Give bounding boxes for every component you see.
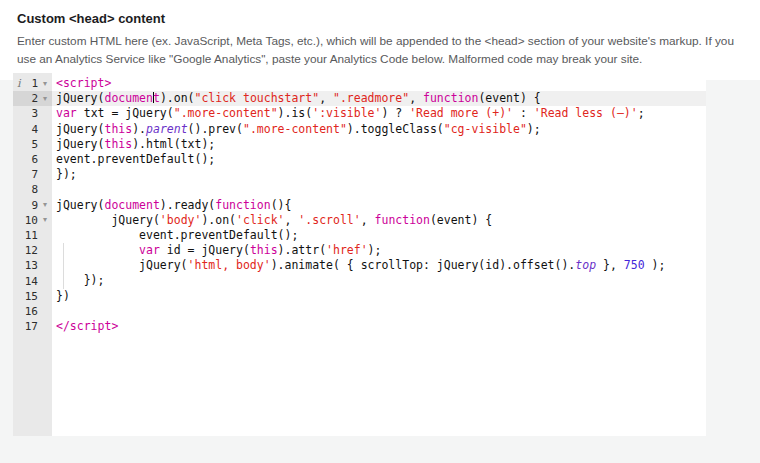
code-token: ".readmore" — [333, 91, 409, 105]
code-token: ).attr( — [278, 243, 326, 257]
code-token: 'Read more (+)' — [409, 106, 513, 120]
code-token: ); — [645, 258, 666, 272]
fold-toggle-icon[interactable]: ▾ — [38, 80, 52, 88]
line-number: 7 — [13, 168, 38, 181]
editor-code-area[interactable]: <script>jQuery(document).on("click touch… — [52, 73, 706, 436]
code-token: ().prev( — [188, 122, 243, 136]
info-annotation-icon[interactable]: i — [17, 77, 21, 90]
line-number: 15 — [13, 290, 38, 303]
gutter-row: 7 — [13, 167, 52, 182]
gutter-row: 2▾ — [13, 91, 52, 106]
line-number: 9 — [13, 199, 38, 212]
code-line[interactable]: jQuery(this).parent().prev(".more-conten… — [56, 122, 706, 137]
code-token: event.preventDefault(); — [56, 228, 298, 242]
code-line[interactable]: jQuery(this).html(txt); — [56, 137, 706, 152]
code-token: }) — [56, 289, 70, 303]
code-token: <script> — [56, 76, 111, 90]
gutter-row: 8 — [13, 182, 52, 197]
code-token: this — [104, 122, 132, 136]
code-token: 750 — [624, 258, 645, 272]
code-token: jQuery( — [56, 213, 160, 227]
code-line[interactable]: event.preventDefault(); — [56, 228, 706, 243]
code-line[interactable] — [56, 304, 706, 319]
editor-gutter: i 1▾2▾3456789▾10▾11121314151617 — [13, 73, 52, 436]
settings-header: Custom <head> content Enter custom HTML … — [0, 0, 760, 80]
code-line[interactable]: jQuery('html, body').animate( { scrollTo… — [56, 258, 706, 273]
code-token: }); — [56, 167, 77, 181]
code-token: (event) { — [430, 213, 492, 227]
code-line[interactable]: var txt = jQuery(".more-content").is(':v… — [56, 106, 706, 121]
code-line[interactable]: }); — [56, 167, 706, 182]
gutter-row: 3 — [13, 106, 52, 121]
code-token: function — [423, 91, 478, 105]
line-number: 14 — [13, 275, 38, 288]
code-line[interactable]: event.preventDefault(); — [56, 152, 706, 167]
code-token: ).html(txt); — [132, 137, 215, 151]
code-token: top — [575, 258, 596, 272]
code-token: id = jQuery( — [160, 243, 250, 257]
gutter-row: 14 — [13, 273, 52, 288]
code-token: jQuery( — [56, 122, 104, 136]
code-token: jQuery( — [56, 198, 104, 212]
line-number: 16 — [13, 305, 38, 318]
code-token: (){ — [271, 198, 292, 212]
custom-head-code-editor[interactable]: i 1▾2▾3456789▾10▾11121314151617 <script>… — [13, 73, 706, 436]
gutter-row: 9▾ — [13, 198, 52, 213]
code-token: 'body' — [160, 213, 202, 227]
gutter-row: 10▾ — [13, 213, 52, 228]
code-token: t — [153, 91, 160, 105]
code-token: (event) { — [478, 91, 540, 105]
code-line[interactable]: </script> — [56, 319, 706, 334]
code-token: parent — [146, 122, 188, 136]
code-token: ).animate( { scrollTop: jQuery(id).offse… — [271, 258, 576, 272]
editor-code-lines: <script>jQuery(document).on("click touch… — [56, 76, 706, 334]
code-line[interactable]: jQuery(document).on("click touchstart", … — [52, 91, 706, 106]
code-token: ':visible' — [312, 106, 381, 120]
code-token: jQuery( — [56, 258, 188, 272]
gutter-row: 17 — [13, 319, 52, 334]
code-token: function — [215, 198, 270, 212]
line-number: 4 — [13, 123, 38, 136]
gutter-row: 15 — [13, 289, 52, 304]
code-token: ".more-content" — [243, 122, 347, 136]
code-line[interactable]: jQuery(document).ready(function(){ — [56, 198, 706, 213]
code-line[interactable]: }); — [56, 273, 706, 288]
gutter-row: 12 — [13, 243, 52, 258]
code-token: ).is( — [278, 106, 313, 120]
code-token: , — [409, 91, 423, 105]
gutter-row: 13 — [13, 258, 52, 273]
code-token: ).on( — [160, 91, 195, 105]
code-token: , — [319, 91, 333, 105]
fold-toggle-icon[interactable]: ▾ — [38, 216, 52, 224]
gutter-row: 11 — [13, 228, 52, 243]
code-line[interactable]: var id = jQuery(this).attr('href'); — [56, 243, 706, 258]
code-token: function — [375, 213, 430, 227]
code-token: var — [56, 106, 77, 120]
gutter-row: 5 — [13, 137, 52, 152]
code-token: 'Read less (–)' — [534, 106, 638, 120]
code-token: ).on( — [201, 213, 236, 227]
code-line[interactable]: }) — [56, 289, 706, 304]
gutter-row: 16 — [13, 304, 52, 319]
line-number: 8 — [13, 183, 38, 196]
code-line[interactable] — [56, 182, 706, 197]
code-token: }, — [596, 258, 624, 272]
code-token: '.scroll' — [298, 213, 360, 227]
code-token: , — [285, 213, 299, 227]
code-token: document — [104, 198, 159, 212]
code-token: jQuery( — [56, 91, 104, 105]
line-number: 13 — [13, 259, 38, 272]
fold-toggle-icon[interactable]: ▾ — [38, 201, 52, 209]
code-line[interactable]: jQuery('body').on('click', '.scroll', fu… — [56, 213, 706, 228]
editor-gutter-lines: 1▾2▾3456789▾10▾11121314151617 — [13, 76, 52, 334]
indent-guide — [63, 243, 64, 289]
fold-toggle-icon[interactable]: ▾ — [38, 95, 52, 103]
code-token — [56, 243, 139, 257]
code-token: txt = jQuery( — [77, 106, 174, 120]
code-token: this — [250, 243, 278, 257]
code-token: ); — [527, 122, 541, 136]
code-line[interactable]: <script> — [56, 76, 706, 91]
page-title: Custom <head> content — [17, 11, 165, 26]
code-token: 'click' — [236, 213, 284, 227]
gutter-row: 4 — [13, 122, 52, 137]
